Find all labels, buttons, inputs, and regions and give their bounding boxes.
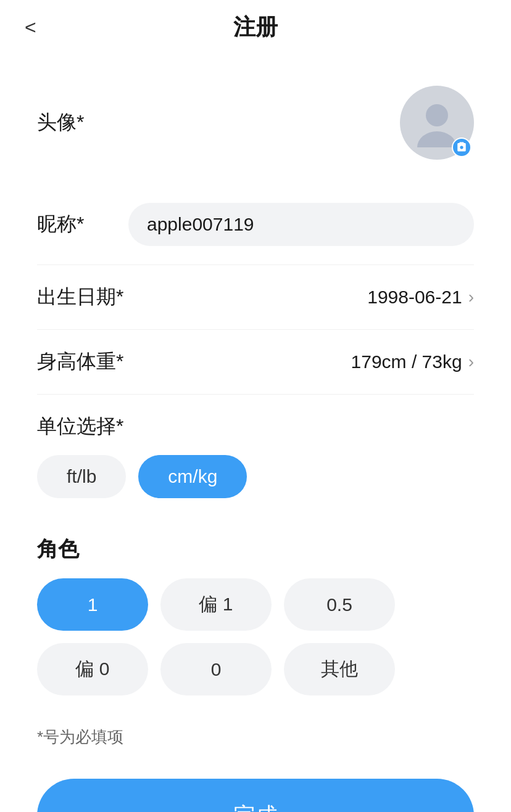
avatar-section: 头像* [37, 67, 474, 184]
camera-icon [456, 142, 467, 153]
unit-ftlb-button[interactable]: ft/lb [37, 455, 126, 498]
avatar-wrapper[interactable] [400, 86, 474, 160]
role-btn-bias1[interactable]: 偏 1 [160, 578, 272, 631]
role-btn-1[interactable]: 1 [37, 578, 148, 631]
svg-point-0 [426, 104, 448, 126]
role-label: 角色 [37, 535, 474, 564]
unit-section: 单位选择* ft/lb cm/kg [37, 395, 474, 517]
nickname-input[interactable] [128, 203, 474, 246]
required-note: *号为必填项 [37, 714, 474, 773]
svg-point-1 [417, 131, 457, 147]
height-weight-row[interactable]: 身高体重* 179cm / 73kg › [37, 330, 474, 395]
role-btn-0.5[interactable]: 0.5 [284, 578, 395, 631]
height-weight-value: 179cm / 73kg [351, 351, 462, 372]
height-weight-value-wrapper: 179cm / 73kg › [351, 351, 474, 372]
unit-cmkg-button[interactable]: cm/kg [138, 455, 247, 498]
submit-button[interactable]: 完成 [37, 779, 474, 812]
page-title: 注册 [233, 12, 278, 43]
page-header: < 注册 [0, 0, 511, 55]
height-weight-chevron: › [468, 352, 474, 372]
role-btn-other[interactable]: 其他 [284, 643, 395, 695]
role-btn-0[interactable]: 0 [160, 643, 272, 695]
nickname-label: 昵称* [37, 211, 84, 238]
height-weight-label: 身高体重* [37, 348, 123, 375]
unit-label: 单位选择* [37, 413, 474, 440]
birthdate-row[interactable]: 出生日期* 1998-06-21 › [37, 265, 474, 330]
nickname-row: 昵称* [37, 184, 474, 265]
role-btn-bias0[interactable]: 偏 0 [37, 643, 148, 695]
role-section: 角色 1 偏 1 0.5 偏 0 0 其他 [37, 517, 474, 714]
avatar-label: 头像* [37, 109, 84, 136]
back-button[interactable]: < [19, 13, 43, 42]
camera-badge[interactable] [452, 137, 472, 157]
birthdate-value: 1998-06-21 [367, 287, 462, 308]
birthdate-value-wrapper: 1998-06-21 › [367, 287, 474, 308]
birthdate-label: 出生日期* [37, 284, 123, 311]
role-buttons: 1 偏 1 0.5 偏 0 0 其他 [37, 578, 474, 695]
unit-buttons: ft/lb cm/kg [37, 455, 474, 498]
birthdate-chevron: › [468, 287, 474, 307]
form-content: 头像* 昵称* 出生日期* 1998-06-21 › [0, 61, 511, 812]
